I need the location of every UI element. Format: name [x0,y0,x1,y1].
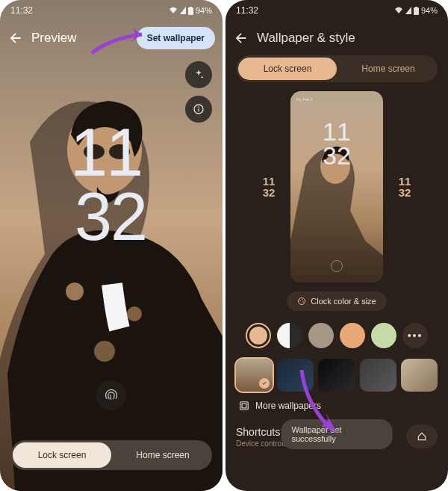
preview-fingerprint-icon [331,260,343,272]
svg-point-16 [302,299,304,300]
wifi-icon [169,7,178,14]
wallpaper-thumb-1[interactable] [236,359,273,392]
check-icon [259,378,270,389]
clock-hours: 11 [70,121,146,185]
sparkle-icon [193,69,205,81]
header: Wallpaper & style [225,21,448,55]
status-bar: 11:32 94% [225,0,448,21]
status-icons: 94% [169,6,212,15]
tab-lock-screen[interactable]: Lock screen [13,442,111,468]
svg-point-17 [303,301,305,303]
header: Preview Set wallpaper [0,21,223,55]
shortcuts-subtitle: Device controls [236,439,287,448]
home-icon [417,431,427,442]
svg-point-4 [127,306,142,321]
more-wallpapers-button[interactable]: More wallpapers [236,401,438,411]
home-shortcut-button[interactable] [406,424,438,448]
battery-percent: 94% [196,6,212,15]
info-icon [193,103,205,115]
preview-tabs: Lock screen Home screen [10,440,212,470]
battery-icon [188,7,193,15]
svg-rect-6 [188,7,193,15]
wallpaper-style-screen: 11:32 94% Wallpaper & style Lock screen … [225,0,448,491]
svg-rect-18 [240,402,249,410]
signal-icon [405,7,411,14]
wallpaper-thumb-5[interactable] [401,359,438,392]
svg-point-3 [66,282,84,300]
status-icons: 94% [394,6,438,15]
preview-screen: 11:32 94% Preview Set wallpaper 11 32 Lo… [0,0,223,491]
back-icon[interactable] [233,30,249,46]
header-title: Wallpaper & style [257,31,441,46]
wallpaper-thumbs [236,359,438,392]
svg-point-5 [94,341,115,362]
wifi-icon [394,7,403,14]
preview-clock: 11 32 [323,120,351,168]
signal-icon [180,7,186,14]
header-title: Preview [31,31,129,46]
wallpaper-thumb-3[interactable] [318,359,355,392]
fingerprint-button[interactable] [96,380,126,410]
effects-button[interactable] [185,61,212,88]
svg-point-9 [198,107,199,108]
toast: Wallpaper set successfully [281,419,393,449]
screen-segments: Lock screen Home screen [236,55,438,82]
floating-actions [185,61,212,123]
segment-home-screen[interactable]: Home screen [339,55,438,82]
shortcuts-title: Shortcuts [236,426,287,438]
clock-color-size-button[interactable]: Clock color & size [287,291,386,311]
color-swatches: ••• [236,323,438,348]
svg-rect-19 [242,404,246,408]
swatch-3[interactable] [308,323,334,348]
battery-percent: 94% [421,6,438,15]
wallpaper-thumb-2[interactable] [277,359,314,392]
clock-minutes: 32 [75,185,146,250]
segment-lock-screen[interactable]: Lock screen [238,58,337,80]
back-icon[interactable] [7,30,24,46]
swatch-4[interactable] [340,323,365,348]
wallpaper-icon [239,401,249,411]
fingerprint-icon [104,388,119,403]
lock-screen-preview[interactable]: Fri, Feb 3 11 32 [290,91,383,282]
swatch-1[interactable] [246,323,271,348]
clock-style-option-b[interactable]: 1132 [389,166,420,208]
svg-point-14 [299,298,305,305]
palette-icon [297,297,306,306]
info-button[interactable] [185,96,212,123]
svg-rect-7 [190,7,192,8]
svg-rect-11 [414,7,419,15]
lock-clock: 11 32 [70,121,146,249]
wallpaper-thumb-4[interactable] [360,359,396,392]
status-bar: 11:32 94% [0,0,223,21]
svg-rect-10 [198,108,199,111]
status-time: 11:32 [10,5,33,16]
svg-rect-12 [415,7,417,8]
swatch-5[interactable] [371,323,396,348]
clock-style-row: 1132 Fri, Feb 3 11 32 1132 [236,91,438,282]
status-time: 11:32 [236,5,258,16]
swatch-2[interactable] [277,323,302,348]
svg-point-15 [300,300,302,301]
tab-home-screen[interactable]: Home screen [113,440,212,470]
more-colors-button[interactable]: ••• [402,323,428,348]
clock-style-option-a[interactable]: 1132 [253,166,284,208]
battery-icon [414,7,419,15]
set-wallpaper-button[interactable]: Set wallpaper [137,27,215,49]
